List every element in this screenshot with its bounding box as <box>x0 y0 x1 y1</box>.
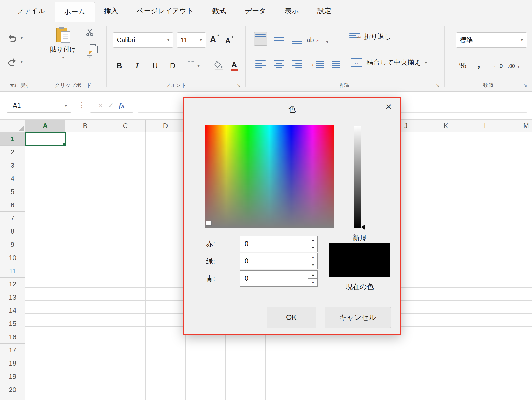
menu-tab[interactable]: 数式 <box>203 0 235 22</box>
align-left-button[interactable] <box>254 57 267 71</box>
select-all-corner[interactable] <box>0 120 25 132</box>
row-header[interactable]: 4 <box>0 172 25 185</box>
row-header[interactable]: 1 <box>0 132 25 146</box>
menu-tab[interactable]: 設定 <box>308 0 341 22</box>
spectrum-marker[interactable] <box>206 221 212 226</box>
font-size-select[interactable]: 11 ▾ <box>177 32 206 48</box>
menu-tab[interactable]: データ <box>235 0 275 22</box>
column-header[interactable]: L <box>466 120 506 132</box>
font-name-select[interactable]: Calibri ▾ <box>113 32 173 48</box>
menu-tab[interactable]: ページレイアウト <box>127 0 203 22</box>
step-up-icon[interactable]: ▲ <box>308 271 317 279</box>
row-header[interactable]: 6 <box>0 198 25 212</box>
row-header[interactable]: 13 <box>0 291 25 304</box>
font-dialog-launcher[interactable]: ↘ <box>237 83 241 88</box>
increase-font-size-button[interactable]: A▲ <box>210 35 216 44</box>
paste-button[interactable]: 貼り付け ▾ <box>45 26 81 60</box>
row-header[interactable]: 9 <box>0 238 25 251</box>
menu-tab[interactable]: 表示 <box>276 0 308 22</box>
close-icon[interactable]: × <box>386 101 392 112</box>
step-down-icon[interactable]: ▼ <box>308 279 317 286</box>
menu-tab[interactable]: 挿入 <box>95 0 127 22</box>
undo-dropdown-caret[interactable]: ▾ <box>21 35 23 40</box>
cancel-entry-button[interactable]: × <box>99 102 103 110</box>
number-format-select[interactable]: 標準 ▾ <box>456 32 527 48</box>
align-right-icon <box>292 60 302 68</box>
step-up-icon[interactable]: ▲ <box>308 236 317 244</box>
row-header[interactable]: 11 <box>0 264 25 278</box>
menu-tab[interactable]: ホーム <box>55 2 95 22</box>
blue-input[interactable]: 0 ▲▼ <box>240 270 318 287</box>
merge-center-button[interactable]: ↔ 結合して中央揃え ▾ <box>351 58 427 67</box>
column-header[interactable]: B <box>65 120 105 132</box>
font-color-button[interactable]: A <box>229 60 240 72</box>
borders-button[interactable]: ▾ <box>187 60 208 72</box>
percent-style-button[interactable]: % <box>458 61 468 70</box>
column-header[interactable]: D <box>146 120 186 132</box>
row-header[interactable]: 16 <box>0 330 25 344</box>
orientation-dropdown-caret[interactable]: ▾ <box>326 39 328 44</box>
row-header[interactable]: 15 <box>0 317 25 330</box>
align-center-button[interactable] <box>272 57 286 71</box>
step-down-icon[interactable]: ▼ <box>308 244 317 252</box>
column-header[interactable]: C <box>105 120 146 132</box>
strikethrough-button[interactable]: D <box>167 59 178 72</box>
row-header[interactable]: 8 <box>0 225 25 238</box>
align-top-button[interactable] <box>254 32 267 46</box>
decrease-decimal-button[interactable]: .00→ <box>506 63 522 69</box>
row-header[interactable]: 3 <box>0 159 25 172</box>
name-box[interactable]: A1 ▾ <box>7 99 71 113</box>
row-header[interactable]: 18 <box>0 357 25 370</box>
step-up-icon[interactable]: ▲ <box>308 253 317 261</box>
brightness-slider[interactable] <box>354 126 361 228</box>
row-header[interactable]: 19 <box>0 370 25 383</box>
align-middle-button[interactable] <box>272 32 286 46</box>
row-header[interactable]: 7 <box>0 212 25 225</box>
ok-button[interactable]: OK <box>267 307 316 328</box>
align-bottom-button[interactable] <box>290 32 303 46</box>
menu-tab[interactable]: ファイル <box>7 0 55 22</box>
number-dialog-launcher[interactable]: ↘ <box>523 83 527 88</box>
column-header[interactable]: K <box>426 120 466 132</box>
step-down-icon[interactable]: ▼ <box>308 261 317 269</box>
redo-button[interactable]: ▾ <box>7 57 23 66</box>
comma-style-button[interactable]: , <box>475 58 483 70</box>
row-header[interactable]: 20 <box>0 383 25 396</box>
merge-dropdown-caret[interactable]: ▾ <box>425 60 427 65</box>
row-header[interactable]: 2 <box>0 146 25 159</box>
row-header[interactable]: 14 <box>0 304 25 317</box>
formula-bar-handle[interactable]: ⋮ <box>78 100 86 109</box>
color-spectrum[interactable] <box>205 125 334 228</box>
redo-dropdown-caret[interactable]: ▾ <box>21 59 23 64</box>
red-input[interactable]: 0 ▲▼ <box>240 236 318 252</box>
column-header[interactable]: M <box>506 120 532 132</box>
row-header[interactable]: 5 <box>0 185 25 198</box>
align-right-button[interactable] <box>290 57 303 71</box>
wrap-text-button[interactable]: ↩ 折り返し <box>349 32 391 41</box>
green-input[interactable]: 0 ▲▼ <box>240 253 318 269</box>
text-orientation-button[interactable]: ab → <box>307 36 324 44</box>
cut-button[interactable] <box>85 28 94 38</box>
decrease-indent-button[interactable]: ← <box>310 58 324 71</box>
increase-indent-button[interactable]: → <box>326 58 340 71</box>
italic-button[interactable]: I <box>131 59 143 72</box>
row-header[interactable]: 12 <box>0 278 25 291</box>
undo-button[interactable]: ▾ <box>7 34 23 42</box>
increase-decimal-button[interactable]: ←.0 <box>490 63 506 69</box>
paste-dropdown-caret[interactable]: ▾ <box>45 55 81 60</box>
bold-button[interactable]: B <box>114 59 125 72</box>
cancel-button[interactable]: キャンセル <box>325 307 391 328</box>
row-header[interactable]: 21 <box>0 396 25 400</box>
row-header[interactable]: 17 <box>0 344 25 357</box>
orientation-ab-icon: ab <box>307 36 314 44</box>
column-header[interactable]: A <box>25 120 65 132</box>
decrease-font-size-button[interactable]: A▼ <box>225 37 230 44</box>
brightness-slider-thumb[interactable] <box>361 224 365 230</box>
row-header[interactable]: 10 <box>0 251 25 264</box>
fill-color-button[interactable] <box>213 59 224 71</box>
insert-function-button[interactable]: fx <box>119 102 125 110</box>
align-dialog-launcher[interactable]: ↘ <box>436 83 440 88</box>
confirm-entry-button[interactable]: ✓ <box>108 101 114 110</box>
selected-cell[interactable] <box>25 132 66 146</box>
underline-button[interactable]: U <box>149 59 161 72</box>
